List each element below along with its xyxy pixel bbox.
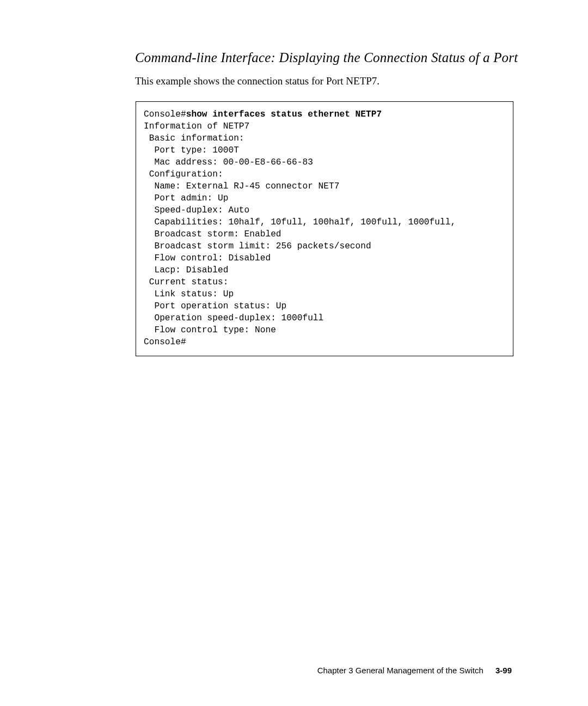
intro-text: This example shows the connection status…	[135, 75, 379, 87]
console-line: Link status: Up	[144, 289, 234, 299]
console-line: Capabilities: 10half, 10full, 100half, 1…	[144, 217, 456, 227]
console-output-box: Console#show interfaces status ethernet …	[136, 101, 513, 356]
console-line: Lacp: Disabled	[144, 265, 228, 275]
console-prompt: Console#	[144, 109, 186, 119]
console-line: Flow control type: None	[144, 325, 276, 335]
console-line: Port admin: Up	[144, 193, 228, 203]
console-line: Broadcast storm: Enabled	[144, 229, 281, 239]
section-heading: Command-line Interface: Displaying the C…	[135, 50, 518, 65]
footer-chapter: Chapter 3 General Management of the Swit…	[317, 666, 483, 675]
page: Command-line Interface: Displaying the C…	[0, 0, 588, 706]
console-line: Name: External RJ-45 connector NET7	[144, 181, 339, 191]
console-command: show interfaces status ethernet NETP7	[186, 109, 382, 119]
console-line: Speed-duplex: Auto	[144, 205, 249, 215]
console-prompt: Console#	[144, 337, 186, 347]
console-line: Port operation status: Up	[144, 301, 286, 311]
console-line: Mac address: 00-00-E8-66-66-83	[144, 157, 313, 167]
console-line: Flow control: Disabled	[144, 253, 271, 263]
console-line: Port type: 1000T	[144, 145, 239, 155]
console-line: Information of NETP7	[144, 121, 249, 131]
console-line: Configuration:	[144, 169, 223, 179]
footer-page-number: 3-99	[495, 666, 512, 675]
console-line: Broadcast storm limit: 256 packets/secon…	[144, 241, 371, 251]
console-line: Operation speed-duplex: 1000full	[144, 313, 323, 323]
console-line: Current status:	[144, 277, 228, 287]
page-footer: Chapter 3 General Management of the Swit…	[317, 666, 512, 675]
console-line: Basic information:	[144, 133, 244, 143]
